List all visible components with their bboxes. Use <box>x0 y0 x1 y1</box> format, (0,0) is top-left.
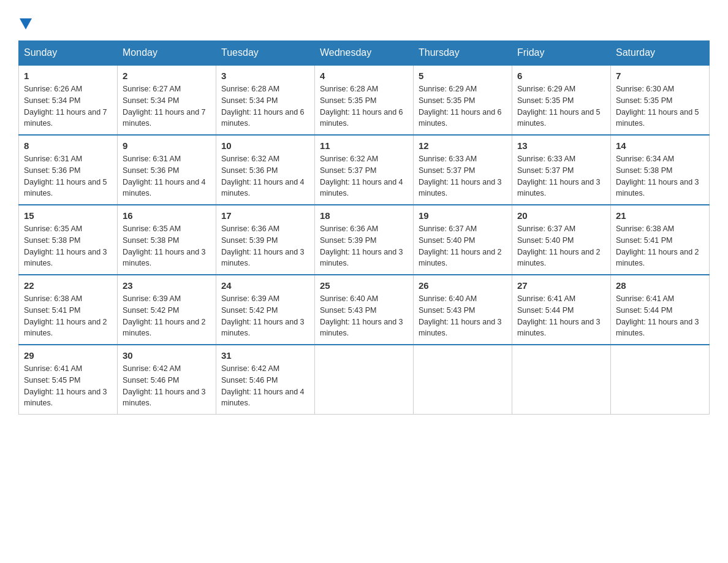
day-info: Sunrise: 6:37 AM Sunset: 5:40 PM Dayligh… <box>419 223 507 269</box>
calendar-cell: 25 Sunrise: 6:40 AM Sunset: 5:43 PM Dayl… <box>315 275 414 345</box>
calendar-cell: 18 Sunrise: 6:36 AM Sunset: 5:39 PM Dayl… <box>315 205 414 275</box>
day-number: 10 <box>221 140 309 151</box>
day-info: Sunrise: 6:42 AM Sunset: 5:46 PM Dayligh… <box>123 363 211 409</box>
calendar-cell: 17 Sunrise: 6:36 AM Sunset: 5:39 PM Dayl… <box>216 205 315 275</box>
day-info: Sunrise: 6:36 AM Sunset: 5:39 PM Dayligh… <box>221 223 309 269</box>
day-info: Sunrise: 6:40 AM Sunset: 5:43 PM Dayligh… <box>320 293 408 339</box>
day-info: Sunrise: 6:38 AM Sunset: 5:41 PM Dayligh… <box>24 293 112 339</box>
calendar-cell: 12 Sunrise: 6:33 AM Sunset: 5:37 PM Dayl… <box>414 135 512 205</box>
day-info: Sunrise: 6:32 AM Sunset: 5:36 PM Dayligh… <box>221 153 309 199</box>
calendar-cell: 11 Sunrise: 6:32 AM Sunset: 5:37 PM Dayl… <box>315 135 414 205</box>
calendar-cell: 4 Sunrise: 6:28 AM Sunset: 5:35 PM Dayli… <box>315 65 414 135</box>
calendar-cell: 6 Sunrise: 6:29 AM Sunset: 5:35 PM Dayli… <box>512 65 611 135</box>
day-number: 24 <box>221 280 309 291</box>
day-info: Sunrise: 6:29 AM Sunset: 5:35 PM Dayligh… <box>419 83 507 129</box>
calendar-cell: 23 Sunrise: 6:39 AM Sunset: 5:42 PM Dayl… <box>118 275 216 345</box>
week-row-1: 1 Sunrise: 6:26 AM Sunset: 5:34 PM Dayli… <box>19 65 710 135</box>
calendar-cell: 5 Sunrise: 6:29 AM Sunset: 5:35 PM Dayli… <box>414 65 512 135</box>
column-header-tuesday: Tuesday <box>216 41 315 66</box>
week-row-5: 29 Sunrise: 6:41 AM Sunset: 5:45 PM Dayl… <box>19 345 710 415</box>
day-info: Sunrise: 6:33 AM Sunset: 5:37 PM Dayligh… <box>517 153 605 199</box>
day-number: 18 <box>320 210 408 221</box>
logo-triangle-icon <box>20 18 32 29</box>
day-info: Sunrise: 6:28 AM Sunset: 5:35 PM Dayligh… <box>320 83 408 129</box>
day-info: Sunrise: 6:37 AM Sunset: 5:40 PM Dayligh… <box>517 223 605 269</box>
day-number: 21 <box>616 210 704 221</box>
calendar-cell: 21 Sunrise: 6:38 AM Sunset: 5:41 PM Dayl… <box>611 205 710 275</box>
calendar-cell: 9 Sunrise: 6:31 AM Sunset: 5:36 PM Dayli… <box>118 135 216 205</box>
week-row-3: 15 Sunrise: 6:35 AM Sunset: 5:38 PM Dayl… <box>19 205 710 275</box>
day-number: 26 <box>419 280 507 291</box>
day-info: Sunrise: 6:32 AM Sunset: 5:37 PM Dayligh… <box>320 153 408 199</box>
day-number: 12 <box>419 140 507 151</box>
day-info: Sunrise: 6:35 AM Sunset: 5:38 PM Dayligh… <box>24 223 112 269</box>
day-number: 6 <box>517 71 605 81</box>
day-info: Sunrise: 6:41 AM Sunset: 5:45 PM Dayligh… <box>24 363 112 409</box>
day-number: 25 <box>320 280 408 291</box>
day-info: Sunrise: 6:27 AM Sunset: 5:34 PM Dayligh… <box>123 83 211 129</box>
column-header-friday: Friday <box>512 41 611 66</box>
day-number: 23 <box>123 280 211 291</box>
day-number: 4 <box>320 71 408 81</box>
calendar-header-row: SundayMondayTuesdayWednesdayThursdayFrid… <box>19 41 710 66</box>
calendar-cell: 27 Sunrise: 6:41 AM Sunset: 5:44 PM Dayl… <box>512 275 611 345</box>
day-info: Sunrise: 6:35 AM Sunset: 5:38 PM Dayligh… <box>123 223 211 269</box>
calendar-cell: 19 Sunrise: 6:37 AM Sunset: 5:40 PM Dayl… <box>414 205 512 275</box>
day-number: 30 <box>123 350 211 361</box>
week-row-4: 22 Sunrise: 6:38 AM Sunset: 5:41 PM Dayl… <box>19 275 710 345</box>
day-number: 22 <box>24 280 112 291</box>
calendar-cell <box>414 345 512 415</box>
day-info: Sunrise: 6:33 AM Sunset: 5:37 PM Dayligh… <box>419 153 507 199</box>
day-number: 27 <box>517 280 605 291</box>
calendar-cell: 16 Sunrise: 6:35 AM Sunset: 5:38 PM Dayl… <box>118 205 216 275</box>
day-info: Sunrise: 6:38 AM Sunset: 5:41 PM Dayligh… <box>616 223 704 269</box>
calendar-cell: 8 Sunrise: 6:31 AM Sunset: 5:36 PM Dayli… <box>19 135 118 205</box>
day-number: 7 <box>616 71 704 81</box>
day-number: 2 <box>123 71 211 81</box>
day-number: 1 <box>24 71 112 81</box>
day-number: 31 <box>221 350 309 361</box>
day-info: Sunrise: 6:41 AM Sunset: 5:44 PM Dayligh… <box>616 293 704 339</box>
calendar-cell: 20 Sunrise: 6:37 AM Sunset: 5:40 PM Dayl… <box>512 205 611 275</box>
day-number: 8 <box>24 140 112 151</box>
day-info: Sunrise: 6:41 AM Sunset: 5:44 PM Dayligh… <box>517 293 605 339</box>
calendar-cell <box>512 345 611 415</box>
calendar-cell: 28 Sunrise: 6:41 AM Sunset: 5:44 PM Dayl… <box>611 275 710 345</box>
day-number: 20 <box>517 210 605 221</box>
day-number: 15 <box>24 210 112 221</box>
calendar-cell: 13 Sunrise: 6:33 AM Sunset: 5:37 PM Dayl… <box>512 135 611 205</box>
day-info: Sunrise: 6:39 AM Sunset: 5:42 PM Dayligh… <box>123 293 211 339</box>
calendar-cell: 1 Sunrise: 6:26 AM Sunset: 5:34 PM Dayli… <box>19 65 118 135</box>
day-info: Sunrise: 6:26 AM Sunset: 5:34 PM Dayligh… <box>24 83 112 129</box>
day-number: 16 <box>123 210 211 221</box>
day-info: Sunrise: 6:40 AM Sunset: 5:43 PM Dayligh… <box>419 293 507 339</box>
day-number: 11 <box>320 140 408 151</box>
calendar-cell: 2 Sunrise: 6:27 AM Sunset: 5:34 PM Dayli… <box>118 65 216 135</box>
day-number: 19 <box>419 210 507 221</box>
column-header-sunday: Sunday <box>19 41 118 66</box>
day-info: Sunrise: 6:34 AM Sunset: 5:38 PM Dayligh… <box>616 153 704 199</box>
calendar-cell: 24 Sunrise: 6:39 AM Sunset: 5:42 PM Dayl… <box>216 275 315 345</box>
day-info: Sunrise: 6:42 AM Sunset: 5:46 PM Dayligh… <box>221 363 309 409</box>
day-number: 9 <box>123 140 211 151</box>
day-info: Sunrise: 6:30 AM Sunset: 5:35 PM Dayligh… <box>616 83 704 129</box>
day-info: Sunrise: 6:36 AM Sunset: 5:39 PM Dayligh… <box>320 223 408 269</box>
day-number: 17 <box>221 210 309 221</box>
calendar-table: SundayMondayTuesdayWednesdayThursdayFrid… <box>18 40 710 415</box>
day-number: 14 <box>616 140 704 151</box>
day-number: 3 <box>221 71 309 81</box>
day-number: 28 <box>616 280 704 291</box>
calendar-cell: 31 Sunrise: 6:42 AM Sunset: 5:46 PM Dayl… <box>216 345 315 415</box>
column-header-saturday: Saturday <box>611 41 710 66</box>
day-info: Sunrise: 6:31 AM Sunset: 5:36 PM Dayligh… <box>24 153 112 199</box>
day-info: Sunrise: 6:39 AM Sunset: 5:42 PM Dayligh… <box>221 293 309 339</box>
page-header <box>18 18 710 28</box>
column-header-monday: Monday <box>118 41 216 66</box>
calendar-cell: 7 Sunrise: 6:30 AM Sunset: 5:35 PM Dayli… <box>611 65 710 135</box>
column-header-wednesday: Wednesday <box>315 41 414 66</box>
day-number: 29 <box>24 350 112 361</box>
day-info: Sunrise: 6:28 AM Sunset: 5:34 PM Dayligh… <box>221 83 309 129</box>
day-number: 5 <box>419 71 507 81</box>
week-row-2: 8 Sunrise: 6:31 AM Sunset: 5:36 PM Dayli… <box>19 135 710 205</box>
calendar-cell <box>315 345 414 415</box>
